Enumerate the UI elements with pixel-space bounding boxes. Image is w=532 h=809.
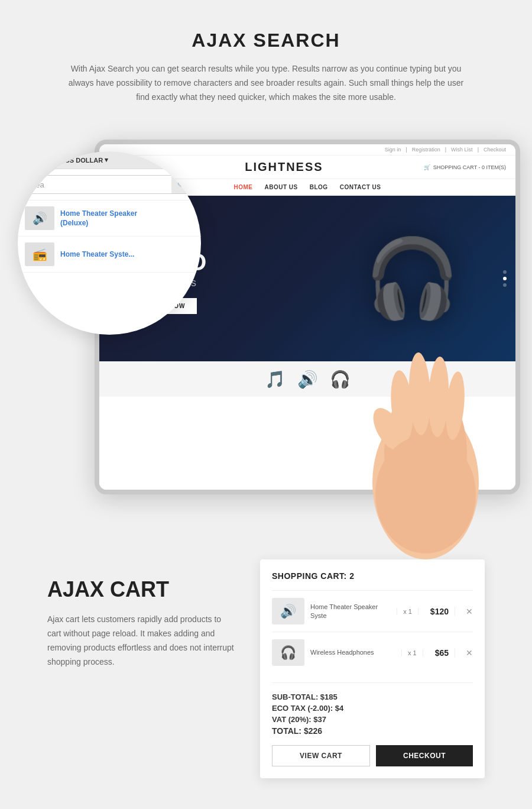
tablet-registration-link[interactable]: Registration	[412, 147, 440, 153]
tablet-top-bar: Sign in | Registration | Wish List | Che…	[99, 144, 515, 156]
top-section: AJAX SEARCH With Ajax Search you can get…	[0, 0, 532, 122]
cart-item-qty: x 1	[401, 649, 423, 656]
ajax-cart-text-block: AJAX CART Ajax cart lets customers rapid…	[47, 559, 236, 669]
product-thumbnail-small: 🎧	[330, 370, 351, 389]
circle-magnifier: ENGLISH ▾ US DOLLAR ▾ 🔍 🔊 Home Theater S…	[18, 151, 201, 335]
currency-label: US DOLLAR	[65, 157, 103, 164]
cart-item-name: Home Theater Speaker Syste	[310, 603, 391, 621]
ajax-cart-description: Ajax cart lets customers rapidly add pro…	[47, 613, 236, 669]
product-name: Home Theater Speaker(Deluxe)	[60, 209, 137, 229]
slide-dot	[503, 270, 507, 274]
tablet-products-strip: 🎵 🔊 🎧	[99, 361, 515, 397]
nav-blog[interactable]: BLOG	[310, 184, 328, 190]
nav-about[interactable]: ABOUT US	[265, 184, 298, 190]
slide-dot	[503, 283, 507, 287]
cart-label: SHOPPING CART - 0 ITEM(S)	[433, 164, 506, 170]
cart-item: 🎧 Wireless Headphones x 1 $65 ✕	[272, 632, 473, 673]
hero-image: 🎧	[309, 196, 515, 361]
bottom-section: AJAX CART Ajax cart lets customers rapid…	[0, 536, 532, 809]
search-results-dropdown: 🔊 Home Theater Speaker(Deluxe) 📻 Home Th…	[18, 200, 201, 273]
tablet-wishlist-link[interactable]: Wish List	[451, 147, 473, 153]
currency-selector[interactable]: US DOLLAR ▾	[65, 156, 108, 164]
cart-item-qty: x 1	[397, 608, 419, 615]
cart-item-remove-button[interactable]: ✕	[461, 607, 473, 616]
cart-item-price: $65	[429, 648, 455, 658]
page-description: With Ajax Search you can get search resu…	[65, 62, 467, 104]
cart-totals: SUB-TOTAL: $185 ECO TAX (-2.00): $4 VAT …	[272, 682, 473, 736]
tablet-signin-link[interactable]: Sign in	[385, 147, 401, 153]
nav-contact[interactable]: CONTACT US	[340, 184, 381, 190]
vat-line: VAT (20%): $37	[272, 715, 473, 724]
language-label: ENGLISH	[25, 157, 54, 164]
cart-panel-title: SHOPPING CART: 2	[272, 571, 473, 581]
ajax-cart-title: AJAX CART	[47, 577, 236, 602]
checkout-button[interactable]: CHECKOUT	[376, 745, 473, 766]
cart-panel: SHOPPING CART: 2 🔊 Home Theater Speaker …	[260, 559, 485, 778]
cart-item: 🔊 Home Theater Speaker Syste x 1 $120 ✕	[272, 590, 473, 632]
eco-tax-line: ECO TAX (-2.00): $4	[272, 704, 473, 713]
cart-item-name: Wireless Headphones	[310, 648, 395, 657]
headphones-icon: 🎧	[364, 234, 460, 323]
product-thumbnail: 🔊	[25, 206, 54, 230]
search-result-item[interactable]: 📻 Home Theater Syste...	[18, 237, 201, 273]
cart-actions: VIEW CART CHECKOUT	[272, 745, 473, 766]
cart-item-image: 🔊	[272, 598, 304, 624]
cart-info[interactable]: 🛒 SHOPPING CART - 0 ITEM(S)	[424, 164, 506, 170]
slide-dots	[503, 270, 507, 287]
cart-item-price: $120	[424, 607, 455, 616]
cart-item-remove-button[interactable]: ✕	[461, 648, 473, 658]
product-thumbnail-small: 🎵	[265, 370, 286, 389]
site-logo: LIGHTNESS	[245, 160, 323, 174]
search-bar: 🔍	[25, 175, 194, 194]
nav-home[interactable]: HOME	[234, 184, 253, 190]
subtotal-line: SUB-TOTAL: $185	[272, 692, 473, 701]
view-cart-button[interactable]: VIEW CART	[272, 745, 370, 766]
total-line: TOTAL: $226	[272, 726, 473, 736]
currency-chevron-icon: ▾	[105, 156, 108, 164]
tablet-checkout-link[interactable]: Checkout	[484, 147, 506, 153]
product-thumbnail-small: 🔊	[297, 370, 318, 389]
cart-item-image: 🎧	[272, 639, 304, 666]
search-input[interactable]	[25, 176, 171, 193]
language-selector[interactable]: ENGLISH ▾	[25, 156, 59, 164]
tablet-area: ENGLISH ▾ US DOLLAR ▾ 🔍 🔊 Home Theater S…	[0, 134, 532, 512]
slide-dot-active	[503, 277, 507, 280]
cart-icon: 🛒	[424, 164, 430, 170]
lang-chevron-icon: ▾	[56, 156, 59, 164]
product-thumbnail: 📻	[25, 242, 54, 266]
product-name: Home Theater Syste...	[60, 250, 134, 260]
page-title: AJAX SEARCH	[47, 30, 485, 51]
search-result-item[interactable]: 🔊 Home Theater Speaker(Deluxe)	[18, 200, 201, 237]
